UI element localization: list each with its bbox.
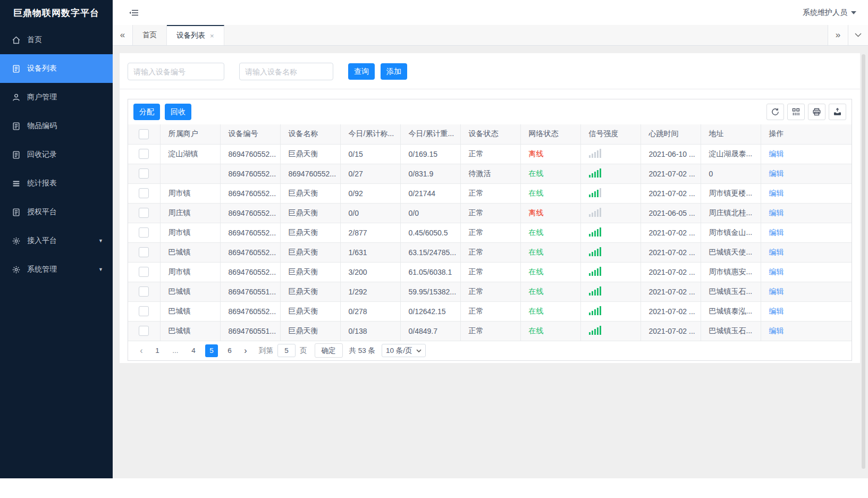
edit-link[interactable]: 编辑 bbox=[769, 189, 784, 197]
row-checkbox[interactable] bbox=[139, 227, 149, 238]
edit-link[interactable]: 编辑 bbox=[769, 326, 784, 335]
tabs-scroll-right-button[interactable]: » bbox=[828, 25, 848, 45]
row-checkbox[interactable] bbox=[139, 286, 149, 297]
chevron-down-icon bbox=[855, 33, 862, 37]
sidebar-item-merchant-mgmt[interactable]: 商户管理 bbox=[0, 83, 113, 112]
edit-link[interactable]: 编辑 bbox=[769, 267, 784, 276]
tab-首页[interactable]: 首页 bbox=[133, 25, 167, 45]
tabs-scroll-left-button[interactable]: « bbox=[113, 25, 133, 45]
row-checkbox[interactable] bbox=[139, 267, 149, 277]
edit-link[interactable]: 编辑 bbox=[769, 208, 784, 217]
query-button[interactable]: 查询 bbox=[348, 63, 375, 80]
cell-signal bbox=[580, 242, 641, 262]
row-checkbox[interactable] bbox=[139, 168, 149, 179]
edit-link[interactable]: 编辑 bbox=[769, 287, 784, 296]
cell-device-no: 8694760552... bbox=[220, 301, 280, 321]
page-number-5[interactable]: 5 bbox=[205, 344, 218, 357]
page-number-4[interactable]: 4 bbox=[187, 344, 200, 357]
tab-设备列表[interactable]: 设备列表× bbox=[167, 25, 224, 45]
sidebar-item-auth-platform[interactable]: 授权平台 bbox=[0, 198, 113, 226]
cell-device-name: 巨鼎天衡 bbox=[280, 183, 340, 203]
sidebar-nav: 首页设备列表商户管理物品编码回收记录统计报表授权平台接入平台▼系统管理▼ bbox=[0, 26, 113, 284]
cell-network-status: 在线 bbox=[520, 282, 580, 301]
table-tool-icons bbox=[766, 104, 846, 120]
assign-button[interactable]: 分配 bbox=[133, 104, 160, 120]
cell-today-weight: 61.05/6038.1 bbox=[400, 262, 460, 282]
user-menu[interactable]: 系统维护人员 bbox=[803, 8, 856, 18]
goto-confirm-button[interactable]: 确定 bbox=[315, 343, 343, 358]
device-name-input[interactable] bbox=[239, 63, 333, 80]
print-button[interactable] bbox=[808, 104, 825, 120]
column-header: 操作 bbox=[761, 124, 852, 144]
row-checkbox-cell bbox=[128, 203, 160, 223]
page-ellipsis: ... bbox=[169, 344, 182, 357]
columns-button[interactable] bbox=[787, 104, 805, 120]
cell-device-no: 8694760552... bbox=[220, 262, 280, 282]
table-row: 巴城镇8694760551...巨鼎天衡1/29259.95/15382...正… bbox=[128, 282, 852, 301]
cell-merchant: 巴城镇 bbox=[160, 242, 220, 262]
export-button[interactable] bbox=[829, 104, 846, 120]
cell-actions: 编辑 bbox=[761, 321, 852, 341]
home-icon bbox=[12, 36, 21, 45]
topbar: 系统维护人员 bbox=[113, 0, 868, 25]
next-page-button[interactable]: › bbox=[239, 346, 252, 356]
edit-link[interactable]: 编辑 bbox=[769, 307, 784, 315]
row-checkbox[interactable] bbox=[139, 326, 149, 336]
edit-link[interactable]: 编辑 bbox=[769, 248, 784, 256]
sidebar-item-home[interactable]: 首页 bbox=[0, 26, 113, 54]
print-icon bbox=[812, 107, 821, 116]
goto-label: 到第 bbox=[259, 346, 273, 356]
sidebar-item-label: 物品编码 bbox=[27, 121, 57, 131]
sidebar-item-item-code[interactable]: 物品编码 bbox=[0, 112, 113, 140]
cell-today-weight: 0/831.9 bbox=[400, 164, 460, 183]
page-number-6[interactable]: 6 bbox=[223, 344, 236, 357]
cell-device-status: 正常 bbox=[460, 144, 520, 164]
cell-device-no: 8694760552... bbox=[220, 183, 280, 203]
chevron-down-icon: ▼ bbox=[98, 267, 103, 272]
menu-fold-icon[interactable] bbox=[129, 7, 140, 19]
page-size-select[interactable]: 10 条/页 bbox=[382, 344, 426, 357]
close-icon[interactable]: × bbox=[210, 32, 214, 40]
sidebar-item-stats-report[interactable]: 统计报表 bbox=[0, 169, 113, 198]
cell-device-name: 巨鼎天衡 bbox=[280, 282, 340, 301]
row-checkbox[interactable] bbox=[139, 208, 149, 218]
refresh-button[interactable] bbox=[766, 104, 784, 120]
sidebar-item-device-list[interactable]: 设备列表 bbox=[0, 54, 113, 83]
edit-link[interactable]: 编辑 bbox=[769, 149, 784, 158]
cell-merchant: 周市镇 bbox=[160, 262, 220, 282]
cell-address: 淀山湖晟泰... bbox=[701, 144, 761, 164]
row-checkbox[interactable] bbox=[139, 247, 149, 257]
row-checkbox[interactable] bbox=[139, 188, 149, 198]
device-table: 所属商户设备编号设备名称今日/累计称...今日/累计重...设备状态网络状态信号… bbox=[128, 124, 852, 341]
cell-address: 巴城镇泰泓... bbox=[701, 301, 761, 321]
chevron-down-icon bbox=[416, 349, 422, 352]
tabs-dropdown-button[interactable] bbox=[848, 25, 868, 45]
select-all-checkbox[interactable] bbox=[139, 129, 149, 139]
goto-page-input[interactable] bbox=[277, 344, 296, 357]
cell-device-name: 巨鼎天衡 bbox=[280, 144, 340, 164]
cell-device-status: 正常 bbox=[460, 301, 520, 321]
cell-today-weight: 0.45/6050.5 bbox=[400, 223, 460, 242]
edit-link[interactable]: 编辑 bbox=[769, 228, 784, 237]
table-row: 巴城镇8694760552...巨鼎天衡0/2780/12642.15正常在线2… bbox=[128, 301, 852, 321]
sidebar-item-access-platform[interactable]: 接入平台▼ bbox=[0, 226, 113, 255]
edit-link[interactable]: 编辑 bbox=[769, 169, 784, 178]
row-checkbox[interactable] bbox=[139, 306, 149, 316]
signal-strength-icon bbox=[589, 306, 602, 315]
sidebar-item-system-mgmt[interactable]: 系统管理▼ bbox=[0, 255, 113, 284]
cell-actions: 编辑 bbox=[761, 203, 852, 223]
recycle-button[interactable]: 回收 bbox=[165, 104, 191, 120]
sidebar-item-recycle-record[interactable]: 回收记录 bbox=[0, 140, 113, 169]
sidebar-item-label: 首页 bbox=[27, 35, 42, 45]
export-icon bbox=[833, 107, 842, 116]
prev-page-button[interactable]: ‹ bbox=[134, 346, 148, 356]
row-checkbox[interactable] bbox=[139, 149, 149, 159]
add-button[interactable]: 添加 bbox=[381, 63, 407, 80]
cell-device-status: 正常 bbox=[460, 242, 520, 262]
page-number-1[interactable]: 1 bbox=[151, 344, 164, 357]
row-checkbox-cell bbox=[128, 262, 160, 282]
device-no-input[interactable] bbox=[128, 63, 224, 80]
cell-device-name: 巨鼎天衡 bbox=[280, 242, 340, 262]
page-scrollbar[interactable] bbox=[862, 54, 865, 469]
cell-network-status: 离线 bbox=[520, 144, 580, 164]
